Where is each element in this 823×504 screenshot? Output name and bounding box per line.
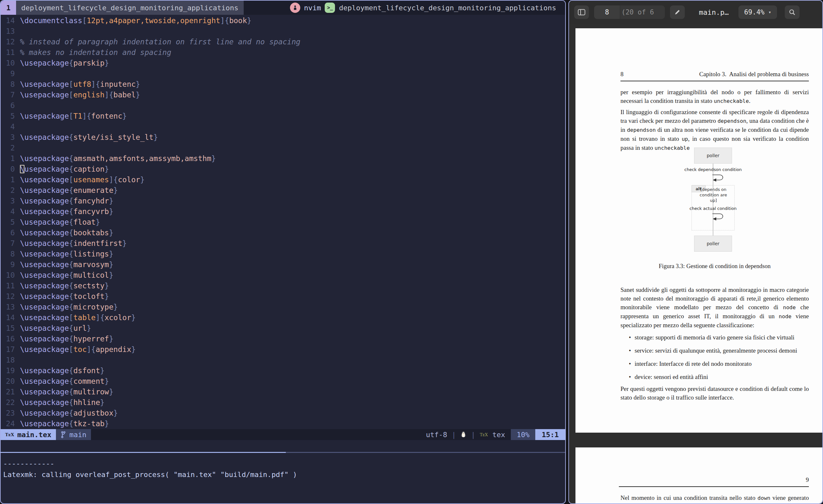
line-number: 3 [1,196,15,206]
code-line[interactable]: 16\usepackage{hyperref} [1,334,565,344]
header-rule [621,81,809,81]
code-line[interactable]: 20\usepackage{comment} [1,376,565,387]
page-number-input[interactable]: 8 [594,5,620,19]
code-line[interactable]: 23\usepackage{adjustbox} [1,408,565,418]
pdf-toolbar: 8 (20 of 6 main.p… 69.4% ▾ [569,1,822,24]
tmux-status-bar: 1 deployment_lifecycle_design_monitoring… [1,1,565,15]
chapter-header: Capitolo 3. Analisi del problema di busi… [699,71,809,78]
line-number: 5 [1,111,15,122]
page-total-label: (20 of 6 [620,5,665,19]
statusline-filename: main.tex [17,431,51,439]
line-number: 9 [1,68,15,79]
code-line[interactable]: 22\usepackage{hhline} [1,397,565,408]
tmux-window-title[interactable]: deployment_lifecycle_design_monitoring_a… [16,1,244,15]
code-line[interactable]: 0\usepackage{caption} [1,164,565,175]
tmux-bar-spacer [244,1,290,15]
linux-penguin-icon [460,431,467,438]
line-number: 22 [1,397,15,408]
pdf-viewer-window[interactable]: 8 (20 of 6 main.p… 69.4% ▾ 8 Capitolo 3.… [568,0,823,504]
line-number: 3 [1,132,15,143]
diagram-actor-top: poller [694,148,732,164]
code-line[interactable]: 1\usepackage{amsmath,amsfonts,amssymb,am… [1,153,565,164]
line-number: 20 [1,376,15,387]
code-line[interactable]: 10\usepackage{multicol} [1,270,565,281]
line-number: 9 [1,260,15,270]
code-line[interactable]: 10\usepackage{parskip} [1,58,565,68]
code-line[interactable]: 4\usepackage{fancyvrb} [1,206,565,217]
code-line[interactable]: 4 [1,122,565,132]
code-line[interactable]: 11\usepackage{sectsty} [1,281,565,291]
paragraph: Il linguaggio di configurazione consente… [621,108,809,152]
code-line[interactable]: 9\usepackage{marvosym} [1,260,565,270]
code-line[interactable]: 14\documentclass[12pt,a4paper,twoside,op… [1,15,565,26]
code-line[interactable]: 6 [1,100,565,111]
line-number: 4 [1,206,15,217]
diagram-message-2: check actual condition [681,206,745,211]
code-line[interactable]: 24\usepackage{tkz-tab} [1,418,565,429]
code-line[interactable]: 12% instead of paragraph indentation on … [1,37,565,47]
bullet-item: •device: sensori ed entità affini [621,372,809,381]
code-line[interactable]: 6\usepackage{booktabs} [1,227,565,238]
line-number: 6 [1,227,15,238]
code-line[interactable]: 13\usepackage{microtype} [1,302,565,312]
line-number: 19 [1,365,15,376]
self-loop-arrow [712,212,726,221]
code-line[interactable]: 5\usepackage{float} [1,217,565,227]
code-line[interactable]: 9 [1,68,565,79]
line-number: 14 [1,312,15,323]
code-line[interactable]: 8\usepackage{listings} [1,249,565,260]
code-line[interactable]: 7\usepackage[english]{babel} [1,90,565,100]
code-line[interactable]: 2\usepackage{enumerate} [1,185,565,196]
git-branch-icon [60,431,66,438]
code-line[interactable]: 18 [1,355,565,365]
tmux-pane-command: nvim [304,4,321,12]
editor-buffer[interactable]: 14\documentclass[12pt,a4paper,twoside,op… [1,15,565,429]
code-line[interactable]: 14\usepackage[table]{xcolor} [1,312,565,323]
line-number: 7 [1,90,15,100]
zoom-control[interactable]: 69.4% ▾ [738,5,777,19]
line-number: 10 [1,270,15,281]
sidebar-toggle-icon [578,9,586,15]
pane-divider[interactable] [1,452,565,453]
line-number: 5 [1,217,15,227]
line-number: 0 [1,164,15,175]
code-line[interactable]: 3\usepackage{style/isi_style_lt} [1,132,565,143]
bullet-list: •storage: supporti di memoria di vario g… [621,333,809,386]
line-number: 17 [1,344,15,355]
statusline-branch: main [69,431,87,439]
code-line[interactable]: 5\usepackage[T1]{fontenc} [1,111,565,122]
code-line[interactable]: 13 [1,26,565,37]
page-number: 8 [621,71,624,78]
line-number: 11 [1,281,15,291]
code-line[interactable]: 17\usepackage[toc]{appendix} [1,344,565,355]
statusline-scroll-percent: 10% [511,429,535,440]
figure-caption: Figura 3.3: Gestione di condition in dep… [621,263,809,270]
code-line[interactable]: 1\usepackage[usenames]{color} [1,175,565,185]
line-number: 12 [1,291,15,302]
bullet-item: •storage: supporti di memoria di vario g… [621,333,809,342]
tmux-window-index[interactable]: 1 [1,1,16,15]
line-number: 10 [1,58,15,68]
paragraph: Nel momento in cui una condition transit… [621,493,809,504]
statusline-encoding: utf-8 [426,431,447,439]
pdf-scroll-area[interactable]: 8 Capitolo 3. Analisi del problema di bu… [569,24,822,503]
terminal-window[interactable]: 1 deployment_lifecycle_design_monitoring… [0,0,566,504]
line-number: 24 [1,418,15,429]
person-icon [290,3,300,13]
line-number: 16 [1,334,15,344]
code-line[interactable]: 7\usepackage{indentfirst} [1,238,565,249]
code-line[interactable]: 8\usepackage[utf8]{inputenc} [1,79,565,90]
line-number: 7 [1,238,15,249]
sidebar-toggle-button[interactable] [574,5,589,19]
code-line[interactable]: 12\usepackage{tocloft} [1,291,565,302]
tex-icon: TᴇX [480,432,488,437]
code-line[interactable]: 11% makes no indentation and spacing [1,47,565,58]
code-line[interactable]: 3\usepackage{fancyhdr} [1,196,565,206]
code-line[interactable]: 21\usepackage{multirow} [1,387,565,397]
code-line[interactable]: 19\usepackage{dsfont} [1,365,565,376]
code-line[interactable]: 15\usepackage{url} [1,323,565,334]
annotate-button[interactable] [670,5,685,19]
search-button[interactable] [785,5,800,19]
diagram-message-1: check dependson condition [681,167,745,172]
code-line[interactable]: 2 [1,143,565,153]
